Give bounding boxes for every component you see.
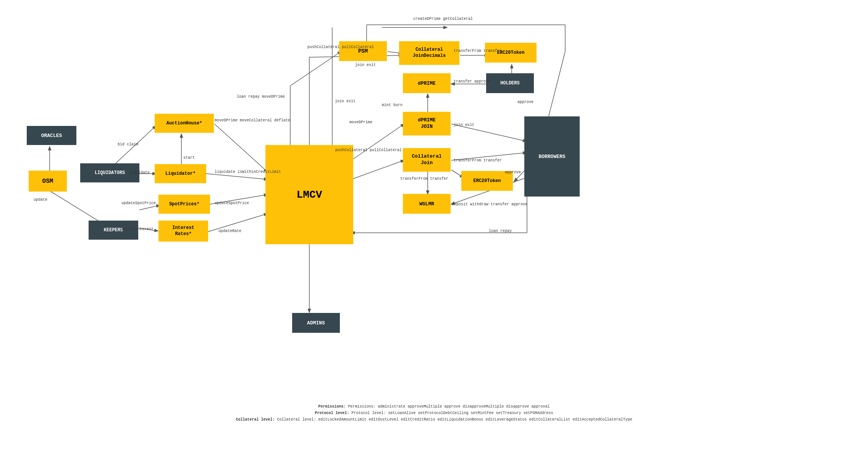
svg-line-2	[111, 126, 156, 168]
label-transferfrom-colljoin-borrow: transferFrom transfer	[454, 158, 502, 163]
label-liquidate-credit: liquidate isWithinCreditLimit	[215, 170, 281, 174]
label-movedprime-dprimejoin: moveDPrime	[349, 120, 372, 124]
label-start: start	[183, 156, 195, 160]
admins-node: ADMINS	[292, 313, 340, 333]
label-loan-repay-movedprime: loan repay moveDPrime	[237, 95, 285, 99]
dprime-node: dPRIME	[403, 73, 451, 93]
label-create-dprime: createDPrime getCollateral	[413, 17, 473, 21]
label-update: update	[34, 198, 47, 202]
label-updatespotprice2: updateSpotPrice	[215, 201, 249, 205]
diagram: ORACLES OSM LIQUIDATORS KEEPERS AuctionH…	[0, 0, 868, 461]
label-updaterate: updateRate	[218, 229, 241, 233]
svg-line-12	[290, 52, 341, 86]
collateraljoin-node: CollateralJoin	[403, 148, 451, 172]
permissions-text: Permissions: Permissions: administrate a…	[236, 403, 632, 410]
label-pushecollateral-top: pushCollateral pullCollateral	[307, 45, 374, 49]
holders-node: HOLDERS	[486, 73, 534, 93]
wglmr-node: WGLMR	[403, 194, 451, 214]
dprimejoin-node: dPRIMEJOIN	[403, 112, 451, 135]
label-approve-top: approve	[517, 100, 533, 104]
label-approve-bot: approve	[505, 170, 521, 174]
auctionhouse-node: AuctionHouse*	[155, 114, 214, 133]
osm-node: OSM	[29, 171, 67, 192]
svg-line-5	[139, 205, 160, 210]
psm-node: PSM	[339, 41, 387, 61]
label-pushcollateral-colljoin: pushCollateral pullCollateral	[335, 148, 402, 152]
borrowers-node: BORROWERS	[524, 116, 580, 197]
svg-line-7	[215, 124, 267, 172]
label-transferfrom-top: transferFrom transfer	[454, 49, 502, 53]
label-movedprime-deflate: moveDPrime moveCollateral deflate	[215, 118, 290, 123]
collateraljoindecimals-node: CollateralJoinDecimals	[399, 41, 459, 65]
svg-line-13	[351, 124, 404, 160]
label-mintburn: mint burn	[382, 103, 402, 107]
svg-line-16	[351, 160, 404, 179]
liquidator-node: Liquidator*	[155, 164, 206, 183]
lmcv-node: LMCV	[265, 145, 353, 244]
label-bid-claim: bid claim	[118, 142, 138, 147]
label-updatespotprice1: updateSpotPrice	[121, 201, 156, 205]
label-liquidate: liquidate	[129, 171, 150, 175]
label-deposit-wglmr: deposit withdraw transfer approve	[452, 202, 527, 206]
label-accrueinterest: accrueInterest	[121, 227, 154, 231]
spotprices-node: SpotPrices*	[158, 195, 210, 214]
bottom-text-block: Permissions: Permissions: administrate a…	[236, 403, 632, 423]
label-joinexit-psm: join exit	[355, 63, 376, 67]
oracles-node: ORACLES	[27, 126, 76, 145]
label-joinexit-dprimejoin-borrow: join exit	[454, 123, 474, 127]
label-loan-repay-bot: loan repay	[489, 229, 512, 233]
interestrates-node: InterestRates*	[158, 221, 208, 242]
label-joinexit-lmcv-dprimejoin: join exit	[335, 99, 356, 103]
label-transfer-approve-holders: transfer approve	[454, 79, 490, 84]
label-transferfrom-colljoin-erc20: transferFrom transfer	[400, 177, 448, 181]
collateral-text: Collateral level: Collateral level: edit…	[236, 416, 632, 423]
protocol-text: Protocol level: Protocol level: setLoanA…	[236, 410, 632, 416]
svg-line-8	[206, 174, 267, 179]
